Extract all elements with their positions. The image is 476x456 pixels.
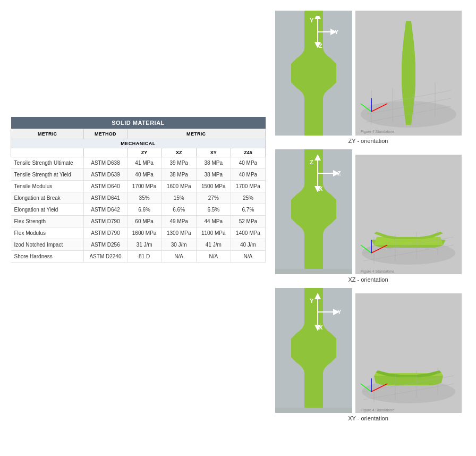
xy-orientation-label: XY - orientation: [348, 413, 388, 423]
cell-xz: 1300 MPa: [162, 227, 196, 239]
cell-xy: 6.5%: [196, 204, 231, 216]
cell-z45: 25%: [231, 192, 265, 204]
svg-text:Z: Z: [310, 159, 313, 165]
xz-render-svg: Figure 4 Standalone: [355, 155, 462, 274]
cell-xz: 38 MPa: [162, 169, 196, 181]
xz-axis: Z Z X: [304, 155, 342, 193]
svg-text:X: X: [319, 185, 323, 192]
subheader-z45: Z45: [231, 148, 265, 157]
svg-text:Z: Z: [337, 170, 341, 176]
cell-xy: 41 J/m: [196, 239, 231, 251]
cell-xz: 30 J/m: [162, 239, 196, 251]
cell-xz: 1600 MPa: [162, 181, 196, 192]
properties-table: SOLID MATERIAL METRIC METHOD METRIC MECH…: [11, 117, 266, 263]
cell-zy: 1700 MPa: [127, 181, 162, 192]
zy-images-row: Y Y Z: [275, 11, 462, 136]
cell-xy: 1100 MPa: [196, 227, 231, 239]
cell-zy: 60 MPa: [127, 216, 162, 227]
cell-xy: 38 MPa: [196, 169, 231, 181]
col-metric2-header: METRIC: [127, 129, 265, 139]
table-row: Flex Strength ASTM D790 60 MPa 49 MPa 44…: [11, 216, 266, 227]
subheader-xy: XY: [196, 148, 231, 157]
table-row: Tensile Strength Ultimate ASTM D638 41 M…: [11, 157, 266, 169]
cell-method: ASTM D642: [84, 204, 127, 216]
table-row: Flex Modulus ASTM D790 1600 MPa 1300 MPa…: [11, 227, 266, 239]
cell-xz: 49 MPa: [162, 216, 196, 227]
cell-z45: 1700 MPa: [231, 181, 265, 192]
zy-specimen-box: Y Y Z: [275, 11, 352, 136]
table-row: Tensile Strength at Yield ASTM D639 40 M…: [11, 169, 266, 181]
cell-xy: 1500 MPa: [196, 181, 231, 192]
subheader-empty1: [11, 148, 84, 157]
zy-axis-svg: Y Y Z: [307, 16, 339, 48]
xz-specimen-box: Z Z X: [275, 149, 352, 274]
cell-method: ASTM D790: [84, 216, 127, 227]
xy-axis: Y Y X: [304, 293, 342, 332]
cell-xz: 6.6%: [162, 204, 196, 216]
cell-zy: 41 MPa: [127, 157, 162, 169]
table-title: SOLID MATERIAL: [11, 117, 266, 129]
table-row: Tensile Modulus ASTM D640 1700 MPa 1600 …: [11, 181, 266, 192]
table-row: Elongation at Break ASTM D641 35% 15% 27…: [11, 192, 266, 204]
cell-xz: 39 MPa: [162, 157, 196, 169]
cell-metric: Tensile Modulus: [11, 181, 84, 192]
svg-text:Figure 4 Standalone: Figure 4 Standalone: [361, 408, 394, 412]
cell-metric: Shore Hardness: [11, 251, 84, 263]
left-panel: SOLID MATERIAL METRIC METHOD METRIC MECH…: [11, 11, 266, 445]
subheader-zy: ZY: [127, 148, 162, 157]
table-row: Shore Hardness ASTM D2240 81 D N/A N/A N…: [11, 251, 266, 263]
cell-zy: 31 J/m: [127, 239, 162, 251]
cell-method: ASTM D790: [84, 227, 127, 239]
xy-orientation-section: Y Y X: [271, 288, 465, 423]
svg-text:Y: Y: [335, 29, 339, 35]
col-method-header: METHOD: [84, 129, 127, 139]
cell-metric: Flex Modulus: [11, 227, 84, 239]
svg-text:Figure 4 Standalone: Figure 4 Standalone: [361, 269, 394, 274]
cell-z45: N/A: [231, 251, 265, 263]
cell-method: ASTM D639: [84, 169, 127, 181]
cell-metric: Tensile Strength at Yield: [11, 169, 84, 181]
zy-render-box: Figure 4 Standalone: [355, 11, 462, 136]
cell-metric: Izod Notched Impact: [11, 239, 84, 251]
cell-z45: 40 MPa: [231, 169, 265, 181]
xz-axis-svg: Z Z X: [304, 155, 342, 192]
svg-text:Y: Y: [337, 309, 342, 315]
cell-xz: 15%: [162, 192, 196, 204]
svg-text:Y: Y: [310, 298, 314, 304]
cell-xy: N/A: [196, 251, 231, 263]
col-metric-header: METRIC: [11, 129, 84, 139]
cell-metric: Flex Strength: [11, 216, 84, 227]
svg-text:Z: Z: [319, 43, 322, 48]
xy-specimen-box: Y Y X: [275, 288, 352, 413]
zy-orientation-section: Y Y Z: [271, 11, 465, 145]
cell-method: ASTM D638: [84, 157, 127, 169]
cell-method: ASTM D256: [84, 239, 127, 251]
subheader-xz: XZ: [162, 148, 196, 157]
cell-metric: Elongation at Yield: [11, 204, 84, 216]
xz-images-row: Z Z X: [275, 149, 462, 274]
cell-metric: Tensile Strength Ultimate: [11, 157, 84, 169]
xy-render-svg: Figure 4 Standalone: [355, 293, 462, 413]
zy-axis-y: Y Y Z: [307, 16, 339, 49]
right-panel: Y Y Z: [271, 11, 465, 445]
table-row: Elongation at Yield ASTM D642 6.6% 6.6% …: [11, 204, 266, 216]
cell-method: ASTM D641: [84, 192, 127, 204]
xy-axis-svg: Y Y X: [304, 293, 342, 331]
cell-zy: 1600 MPa: [127, 227, 162, 239]
xy-render-box: Figure 4 Standalone: [355, 293, 462, 413]
cell-xy: 27%: [196, 192, 231, 204]
cell-xy: 38 MPa: [196, 157, 231, 169]
cell-z45: 52 MPa: [231, 216, 265, 227]
svg-text:X: X: [319, 324, 323, 331]
zy-orientation-label: ZY - orientation: [348, 136, 388, 145]
table-row: Izod Notched Impact ASTM D256 31 J/m 30 …: [11, 239, 266, 251]
svg-text:Figure 4 Standalone: Figure 4 Standalone: [361, 130, 394, 134]
cell-z45: 40 MPa: [231, 157, 265, 169]
cell-z45: 40 J/m: [231, 239, 265, 251]
xz-orientation-label: XZ - orientation: [348, 274, 388, 284]
subheader-empty2: [84, 148, 127, 157]
section-mechanical: MECHANICAL: [11, 139, 266, 148]
xz-render-box: Figure 4 Standalone: [355, 155, 462, 274]
zy-render-svg: Figure 4 Standalone: [355, 11, 462, 136]
cell-zy: 40 MPa: [127, 169, 162, 181]
